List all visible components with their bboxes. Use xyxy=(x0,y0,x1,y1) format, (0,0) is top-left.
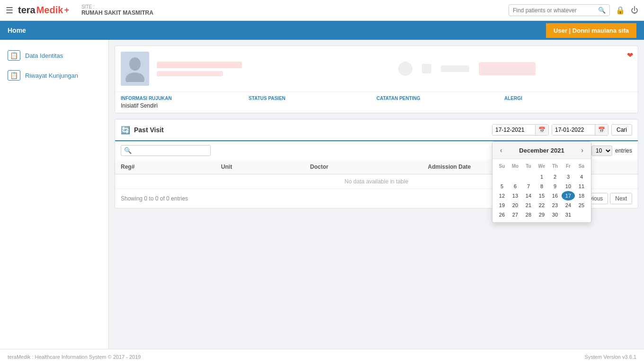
catatan-penting: CATATAN PENTING xyxy=(376,96,504,109)
calendar-day[interactable]: 24 xyxy=(562,200,575,210)
lock-icon[interactable]: 🔒 xyxy=(616,6,625,15)
calendar-day[interactable]: 19 xyxy=(495,200,509,210)
topnav-right: 🔍 🔒 ⏻ xyxy=(509,4,638,16)
date-to-group: 📅 xyxy=(552,124,608,136)
topnav: ☰ tera Medik + SITE : RUMAH SAKIT MASMIT… xyxy=(0,0,644,21)
home-label[interactable]: Home xyxy=(8,27,26,34)
col-doctor: Doctor xyxy=(304,160,422,174)
search-icon[interactable]: 🔍 xyxy=(598,7,606,14)
content: ❤ INFORMASI RUJUKAN Inisiatif Sendiri ST… xyxy=(109,40,644,349)
calendar-day[interactable] xyxy=(509,172,522,182)
date-from-calendar-button[interactable]: 📅 xyxy=(535,125,548,135)
table-search-box[interactable]: 🔍 xyxy=(121,145,211,156)
sidebar-item-data-identitas[interactable]: 📋 Data Identitas xyxy=(0,46,108,65)
calendar-day[interactable]: 30 xyxy=(548,210,562,219)
calendar-day[interactable]: 27 xyxy=(509,210,522,219)
calendar-day[interactable]: 2 xyxy=(548,172,562,182)
table-search-input[interactable] xyxy=(132,147,207,154)
riwayat-kunjungan-icon: 📋 xyxy=(8,70,20,81)
date-to-calendar-button[interactable]: 📅 xyxy=(595,125,608,135)
patient-icon-blurred xyxy=(398,62,412,76)
calendar-day[interactable]: 29 xyxy=(535,210,548,219)
calendar-day[interactable]: 20 xyxy=(509,200,522,210)
alergi-label: ALERGI xyxy=(504,96,632,101)
calendar-day[interactable]: 11 xyxy=(575,182,588,191)
calendar-day[interactable]: 28 xyxy=(522,210,535,219)
calendar-day[interactable]: 13 xyxy=(509,191,522,200)
calendar-day[interactable]: 9 xyxy=(548,182,562,191)
calendar-grid: Su Mo Tu We Th Fr Sa 1234567891011121314… xyxy=(492,159,591,222)
calendar-days: 1234567891011121314151617181920212223242… xyxy=(495,172,588,219)
power-icon[interactable]: ⏻ xyxy=(631,6,638,15)
past-visit-icon: 🔄 xyxy=(121,126,130,135)
calendar-day[interactable]: 26 xyxy=(495,210,509,219)
patient-field-blur xyxy=(441,65,469,72)
calendar-day[interactable]: 7 xyxy=(522,182,535,191)
calendar-day[interactable]: 17 xyxy=(562,191,575,200)
calendar-day[interactable]: 1 xyxy=(535,172,548,182)
patient-name-blurred xyxy=(157,62,242,68)
calendar-day[interactable]: 16 xyxy=(548,191,562,200)
patient-badge-blurred xyxy=(479,62,536,75)
patient-num-blurred xyxy=(422,64,431,73)
hamburger-menu[interactable]: ☰ xyxy=(6,5,13,16)
patient-extra xyxy=(398,62,632,76)
calendar-day[interactable]: 31 xyxy=(562,210,575,219)
date-from-wrapper: 📅 ‹ December 2021 › Su xyxy=(492,124,549,136)
logo-plus: + xyxy=(64,5,69,15)
showing-text: Showing 0 to 0 of 0 entries xyxy=(121,195,188,202)
sidebar: 📋 Data Identitas 📋 Riwayat Kunjungan xyxy=(0,40,109,349)
calendar-day[interactable]: 4 xyxy=(575,172,588,182)
calendar-day[interactable]: 22 xyxy=(535,200,548,210)
calendar-day[interactable] xyxy=(575,210,588,219)
date-from-input[interactable] xyxy=(492,125,535,135)
weekday-fr: Fr xyxy=(562,162,575,170)
weekday-th: Th xyxy=(548,162,562,170)
calendar-day[interactable]: 3 xyxy=(562,172,575,182)
calendar-day[interactable] xyxy=(522,172,535,182)
calendar-day[interactable]: 18 xyxy=(575,191,588,200)
data-identitas-icon: 📋 xyxy=(8,50,20,61)
user-button[interactable]: User | Donni maulana sifa xyxy=(546,23,636,38)
calendar-day[interactable]: 5 xyxy=(495,182,509,191)
sidebar-item-riwayat-kunjungan[interactable]: 📋 Riwayat Kunjungan xyxy=(0,65,108,85)
calendar-day[interactable] xyxy=(495,172,509,182)
calendar-day[interactable]: 8 xyxy=(535,182,548,191)
entries-select[interactable]: 10 25 50 xyxy=(591,146,612,156)
calendar-prev-button[interactable]: ‹ xyxy=(497,146,505,155)
next-button[interactable]: Next xyxy=(610,193,632,204)
catatan-penting-label: CATATAN PENTING xyxy=(376,96,504,101)
calendar-day[interactable]: 14 xyxy=(522,191,535,200)
search-input[interactable] xyxy=(513,7,598,14)
search-box[interactable]: 🔍 xyxy=(509,4,610,16)
info-rujukan-label: INFORMASI RUJUKAN xyxy=(121,96,249,101)
calendar-day[interactable]: 15 xyxy=(535,191,548,200)
topnav-left: ☰ tera Medik + SITE : RUMAH SAKIT MASMIT… xyxy=(6,4,153,16)
cari-button[interactable]: Cari xyxy=(611,124,632,136)
calendar-day[interactable]: 21 xyxy=(522,200,535,210)
date-to-input[interactable] xyxy=(552,125,595,135)
calendar-day[interactable]: 10 xyxy=(562,182,575,191)
homebar: Home User | Donni maulana sifa xyxy=(0,21,644,40)
patient-card-header: ❤ xyxy=(115,46,638,91)
patient-card: ❤ INFORMASI RUJUKAN Inisiatif Sendiri ST… xyxy=(115,46,638,113)
svg-point-1 xyxy=(125,73,144,82)
logo: tera Medik + xyxy=(18,5,69,16)
calendar-day[interactable]: 6 xyxy=(509,182,522,191)
info-rujukan-value: Inisiatif Sendiri xyxy=(121,102,249,109)
col-reg: Reg# xyxy=(115,160,215,174)
weekday-tu: Tu xyxy=(522,162,535,170)
sidebar-item-label-data-identitas: Data Identitas xyxy=(25,52,63,59)
sidebar-item-label-riwayat-kunjungan: Riwayat Kunjungan xyxy=(25,72,78,79)
calendar-day[interactable]: 25 xyxy=(575,200,588,210)
date-from-group: 📅 xyxy=(492,124,549,136)
calendar-next-button[interactable]: › xyxy=(578,146,586,155)
past-visit-header: 🔄 Past Visit 📅 ‹ December 2021 xyxy=(115,119,638,141)
calendar-day[interactable]: 12 xyxy=(495,191,509,200)
calendar-weekdays: Su Mo Tu We Th Fr Sa xyxy=(495,162,588,170)
entries-label: entries xyxy=(615,147,632,154)
date-controls: 📅 ‹ December 2021 › Su xyxy=(492,124,632,136)
patient-info-bar: INFORMASI RUJUKAN Inisiatif Sendiri STAT… xyxy=(115,91,638,113)
calendar-day[interactable]: 23 xyxy=(548,200,562,210)
past-visit-title: Past Visit xyxy=(134,126,164,134)
